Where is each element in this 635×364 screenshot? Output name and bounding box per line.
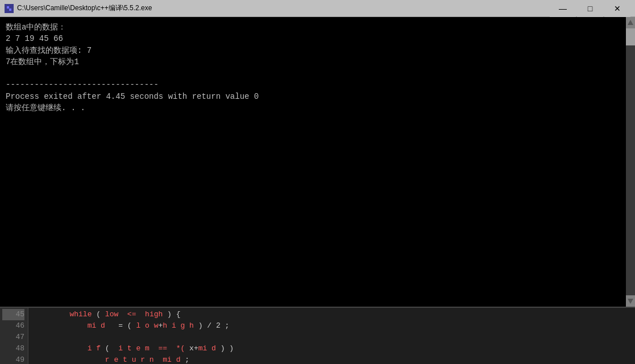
terminal-scrollbar[interactable] [626,17,635,307]
svg-rect-2 [9,9,11,11]
terminal-line: Process exited after 4.45 seconds with r… [6,91,629,102]
terminal-line: -------------------------------- [6,79,629,90]
line-number: 46 [2,320,24,332]
code-content: while ( low <= high ) { mi d = ( l o w+h… [28,308,635,364]
code-editor: 454647484950515253 while ( low <= high )… [0,307,635,364]
close-button[interactable]: ✕ [604,0,630,17]
window-title: C:\Users\Camille\Desktop\c++编译\5.5.2.exe [17,3,152,13]
code-line: mi d = ( l o w+h i g h ) / 2 ; [34,320,635,332]
terminal-line: 请按任意键继续. . . [6,102,629,114]
line-number: 45 [2,309,24,320]
line-numbers: 454647484950515253 [0,308,28,364]
scroll-arrow-down[interactable] [626,295,635,307]
terminal-output: 数组a中的数据：2 7 19 45 66输入待查找的数据项: 77在数组中，下标… [0,17,635,307]
svg-rect-1 [7,6,9,9]
code-line: while ( low <= high ) { [34,309,635,320]
maximize-button[interactable]: □ [577,0,603,17]
window-controls: — □ ✕ [550,0,630,17]
terminal-line: 7在数组中，下标为1 [6,56,629,68]
line-number: 47 [2,332,24,343]
code-line [34,332,635,343]
terminal-line [6,68,629,79]
minimize-button[interactable]: — [550,0,576,17]
terminal-line: 2 7 19 45 66 [6,33,629,44]
line-number: 49 [2,354,24,364]
title-bar: C:\Users\Camille\Desktop\c++编译\5.5.2.exe… [0,0,635,17]
terminal-line: 输入待查找的数据项: 7 [6,45,629,56]
scroll-handle[interactable] [626,28,635,45]
title-bar-left: C:\Users\Camille\Desktop\c++编译\5.5.2.exe [5,3,152,13]
scroll-arrow-up[interactable] [626,17,635,28]
terminal-line: 数组a中的数据： [6,22,629,33]
svg-marker-4 [628,299,633,304]
svg-marker-3 [628,20,633,25]
line-number: 48 [2,343,24,354]
code-line: r e t u r n mi d ; [34,354,635,364]
code-line: i f ( i t e m == *( x+mi d ) ) [34,343,635,354]
app-icon [5,4,14,13]
